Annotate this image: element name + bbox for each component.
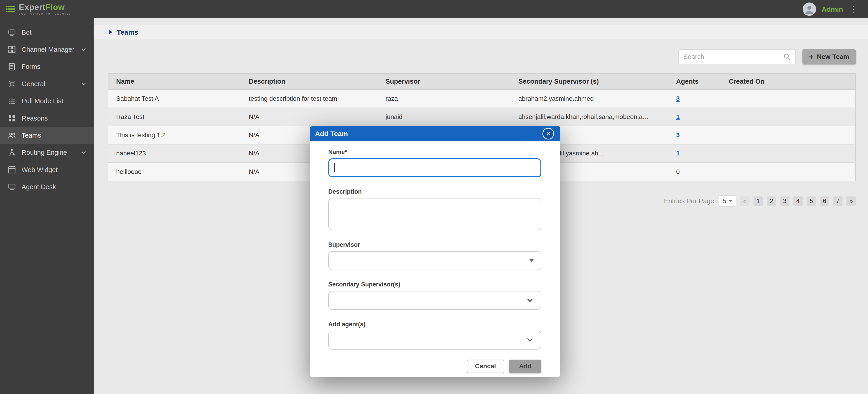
column-header-supervisor: Supervisor <box>378 74 510 89</box>
teams-icon <box>8 131 16 139</box>
add-agents-label: Add agent(s) <box>328 321 541 328</box>
add-team-modal-header: Add Team × <box>310 126 560 141</box>
user-avatar-icon[interactable] <box>803 2 816 16</box>
cell-created-on <box>721 163 856 181</box>
sidebar-item-label: Pull Mode List <box>22 97 87 105</box>
sidebar: BotChannel ManagerFormsGeneralPull Mode … <box>0 18 94 394</box>
cell-secondary-supervisors: abraham2,yasmine.ahmed <box>510 89 669 108</box>
search-icon <box>783 53 791 61</box>
pull-mode-list-icon <box>8 97 16 105</box>
cell-agents: 0 <box>669 163 721 181</box>
add-button[interactable]: Add <box>509 360 541 373</box>
add-team-modal: Add Team × Name* Description Supervisor … <box>310 126 560 377</box>
app-logo: ExpertFlow your callcenter experts <box>5 3 71 15</box>
pagination-prev-button[interactable]: « <box>740 196 749 206</box>
sidebar-item-label: Agent Desk <box>22 183 87 191</box>
page-buttons: «1234567» <box>736 196 856 206</box>
sidebar-item-web-widget[interactable]: Web Widget <box>0 161 94 178</box>
reasons-icon <box>8 114 16 122</box>
breadcrumb: Teams <box>94 25 868 39</box>
agents-count-link[interactable]: 3 <box>676 132 680 139</box>
chevron-down-icon <box>728 200 732 202</box>
sidebar-item-bot[interactable]: Bot <box>0 24 94 41</box>
pagination-page-1[interactable]: 1 <box>753 196 763 206</box>
secondary-supervisors-label: Secondary Supervisor(s) <box>328 281 541 288</box>
supervisor-label: Supervisor <box>328 241 541 248</box>
sidebar-item-teams[interactable]: Teams <box>0 127 94 144</box>
sidebar-item-label: Forms <box>22 63 87 71</box>
table-row[interactable]: Raza TestN/Ajunaidahsenjalil,warda.khan,… <box>108 108 856 126</box>
column-header-description: Description <box>241 74 378 89</box>
table-header-row: NameDescriptionSupervisorSecondary Super… <box>108 74 856 89</box>
add-agents-select[interactable] <box>328 331 541 349</box>
sidebar-item-label: Bot <box>22 29 87 36</box>
sidebar-item-label: General <box>22 80 80 88</box>
sidebar-item-general[interactable]: General <box>0 76 94 92</box>
close-icon[interactable]: × <box>542 128 554 139</box>
cell-description: testing description for test team <box>241 89 378 108</box>
supervisor-select[interactable] <box>328 251 541 270</box>
new-team-button-label: New Team <box>817 53 849 61</box>
pagination-page-6[interactable]: 6 <box>820 196 829 206</box>
search-input[interactable] <box>683 53 783 61</box>
topbar-user-area: Admin ⋮ <box>803 2 859 16</box>
agent-desk-icon <box>8 183 16 191</box>
entries-per-page-label: Entries Per Page <box>664 197 714 205</box>
routing-engine-icon <box>8 148 16 157</box>
chevron-down-icon <box>80 46 87 53</box>
sidebar-item-forms[interactable]: Forms <box>0 58 94 75</box>
user-name[interactable]: Admin <box>822 5 843 13</box>
cell-supervisor: raza <box>378 89 510 108</box>
sidebar-item-routing-engine[interactable]: Routing Engine <box>0 144 94 161</box>
dropdown-arrow-icon <box>529 259 534 262</box>
pagination-page-3[interactable]: 3 <box>780 196 789 206</box>
breadcrumb-label: Teams <box>117 28 138 36</box>
cell-name: nabeel123 <box>108 144 241 163</box>
table-toolbar: + New Team <box>108 49 856 64</box>
pagination-page-2[interactable]: 2 <box>767 196 776 206</box>
search-box <box>678 49 796 64</box>
new-team-button[interactable]: + New Team <box>802 49 856 64</box>
pagination-page-7[interactable]: 7 <box>833 196 842 206</box>
cell-agents: 1 <box>669 144 721 163</box>
sidebar-item-pull-mode-list[interactable]: Pull Mode List <box>0 92 94 110</box>
agents-count-link[interactable]: 1 <box>676 150 680 157</box>
chevron-down-icon <box>526 336 534 344</box>
triangle-right-icon[interactable] <box>108 30 113 34</box>
text-caret <box>334 163 335 172</box>
pagination-page-4[interactable]: 4 <box>793 196 803 206</box>
team-name-input[interactable] <box>328 158 541 177</box>
column-header-secondary-supervisor-s: Secondary Supervisor (s) <box>510 74 669 89</box>
description-label: Description <box>328 188 541 195</box>
agents-count-link[interactable]: 1 <box>676 113 680 120</box>
description-textarea[interactable] <box>328 198 541 230</box>
cancel-button[interactable]: Cancel <box>467 360 504 373</box>
entries-per-page-select[interactable]: 5 <box>719 196 737 207</box>
pagination-next-button[interactable]: » <box>846 196 856 206</box>
sidebar-item-label: Web Widget <box>22 166 87 174</box>
chevron-down-icon <box>526 297 534 304</box>
sidebar-item-channel-manager[interactable]: Channel Manager <box>0 41 94 58</box>
add-team-form: Name* Description Supervisor Secondary S… <box>310 141 560 349</box>
modal-footer: Cancel Add <box>310 360 560 377</box>
general-icon <box>8 80 16 88</box>
table-row[interactable]: Sabahat Test Atesting description for te… <box>108 89 856 108</box>
sidebar-item-agent-desk[interactable]: Agent Desk <box>0 178 94 196</box>
column-header-agents: Agents <box>669 74 721 89</box>
cell-agents: 3 <box>669 89 721 108</box>
kebab-menu-icon[interactable]: ⋮ <box>849 5 859 13</box>
pagination-page-5[interactable]: 5 <box>807 196 816 206</box>
sidebar-item-label: Routing Engine <box>22 149 80 156</box>
cell-name: Sabahat Test A <box>108 89 241 108</box>
sidebar-item-label: Reasons <box>22 115 87 122</box>
modal-title: Add Team <box>315 130 348 138</box>
sidebar-item-label: Teams <box>22 132 87 139</box>
column-header-created-on: Created On <box>721 74 856 89</box>
agents-count-link[interactable]: 3 <box>676 95 680 102</box>
chevron-down-icon <box>80 81 87 87</box>
secondary-supervisors-select[interactable] <box>328 291 541 310</box>
forms-icon <box>8 63 16 71</box>
plus-icon: + <box>809 53 814 61</box>
topbar: ExpertFlow your callcenter experts Admin… <box>0 0 868 18</box>
sidebar-item-reasons[interactable]: Reasons <box>0 110 94 127</box>
